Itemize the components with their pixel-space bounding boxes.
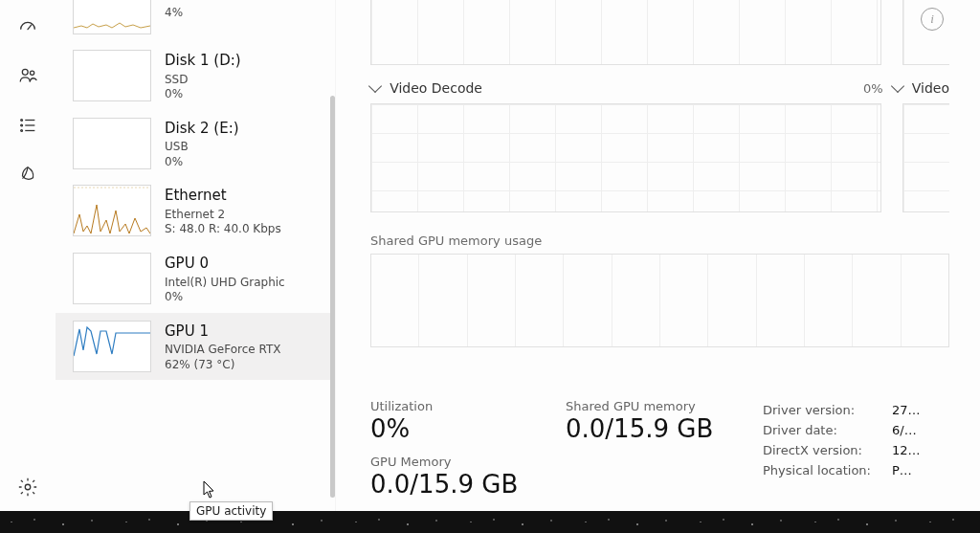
- section-title: Video: [912, 80, 949, 96]
- list-item-value: 0%: [165, 155, 239, 170]
- list-item-title: GPU 1: [165, 322, 281, 342]
- list-icon[interactable]: [17, 115, 38, 136]
- list-item-ethernet[interactable]: Ethernet Ethernet 2 S: 48.0 R: 40.0 Kbps: [56, 177, 335, 245]
- table-row: Physical location: P…: [763, 461, 921, 479]
- kv-value: 27…: [892, 401, 921, 419]
- section-toggle-video[interactable]: Video: [893, 80, 949, 96]
- info-icon[interactable]: i: [921, 8, 944, 31]
- kv-value: 12…: [892, 441, 921, 459]
- list-item-gpu0[interactable]: GPU 0 Intel(R) UHD Graphic 0%: [56, 245, 335, 313]
- table-row: Driver date: 6/…: [763, 421, 921, 439]
- list-item-title: Disk 2 (E:): [165, 120, 239, 139]
- kv-key: Driver version:: [763, 401, 890, 419]
- chart-video-partial: [902, 103, 949, 212]
- leaf-icon[interactable]: [17, 165, 38, 186]
- list-item-meta: Disk 1 (D:) SSD 0%: [165, 50, 241, 102]
- list-item-sub: Intel(R) UHD Graphic: [165, 276, 285, 291]
- nav-rail: [0, 0, 56, 511]
- stat-value: 0.0/15.9 GB: [566, 413, 728, 445]
- chart-box-partial: i: [902, 0, 949, 65]
- list-item-meta: Ethernet Ethernet 2 S: 48.0 R: 40.0 Kbps: [165, 185, 281, 237]
- svg-point-2: [21, 120, 23, 122]
- kv-key: Physical location:: [763, 461, 890, 479]
- stats-col-shared: Shared GPU memory 0.0/15.9 GB: [566, 399, 728, 500]
- sparkline-thumb: [73, 0, 151, 34]
- list-item-title: GPU 0: [165, 255, 285, 274]
- section-toggle-video-decode[interactable]: Video Decode: [370, 80, 482, 96]
- top-chart-row: i: [370, 0, 949, 65]
- detail-pane: i Video Decode 0% Video: [336, 0, 980, 511]
- list-item-meta: Disk 2 (E:) USB 0%: [165, 118, 239, 170]
- chart-box: [370, 0, 881, 65]
- sparkline-thumb: [73, 321, 151, 372]
- list-item-value: S: 48.0 R: 40.0 Kbps: [165, 222, 281, 237]
- kv-value: P…: [892, 461, 921, 479]
- table-row: DirectX version: 12…: [763, 441, 921, 459]
- list-item-disk0-ssd[interactable]: SSD 4%: [56, 0, 335, 42]
- sparkline-thumb: [73, 185, 151, 236]
- list-item-meta: GPU 1 NVIDIA GeForce RTX 62% (73 °C): [165, 321, 281, 373]
- stat-value: 0%: [370, 413, 533, 445]
- list-item-value: 0%: [165, 87, 241, 102]
- sparkline-thumb: [73, 50, 151, 101]
- stat-label: GPU Memory: [370, 455, 533, 469]
- svg-point-8: [25, 484, 31, 490]
- driver-info-table: Driver version: 27… Driver date: 6/… Dir…: [761, 399, 923, 481]
- section-title: Video Decode: [390, 80, 482, 96]
- stats-row: Utilization 0% GPU Memory 0.0/15.9 GB Sh…: [370, 399, 965, 500]
- users-icon[interactable]: [17, 65, 38, 86]
- svg-point-1: [30, 71, 33, 75]
- chevron-down-icon: [891, 79, 904, 93]
- sidebar-scrollbar[interactable]: [330, 96, 335, 498]
- svg-point-4: [21, 124, 23, 126]
- gauge-icon[interactable]: [17, 15, 38, 36]
- list-item-title: Disk 1 (D:): [165, 52, 241, 71]
- gear-icon[interactable]: [17, 477, 38, 498]
- stats-col-driver: Driver version: 27… Driver date: 6/… Dir…: [761, 399, 923, 500]
- stats-col-utilization: Utilization 0% GPU Memory 0.0/15.9 GB: [370, 399, 533, 500]
- chevron-down-icon: [368, 79, 382, 93]
- shared-mem-label: Shared GPU memory usage: [370, 233, 949, 248]
- list-item-meta: SSD 4%: [165, 0, 194, 20]
- list-item-gpu1[interactable]: GPU 1 NVIDIA GeForce RTX 62% (73 °C): [56, 313, 335, 381]
- video-decode-section: Video Decode 0% Video: [370, 77, 949, 212]
- stat-label: Shared GPU memory: [566, 399, 728, 413]
- task-manager-performance: SSD 4% Disk 1 (D:) SSD 0% Disk 2 (E:) US…: [0, 0, 980, 511]
- sparkline-thumb: [73, 253, 151, 304]
- list-item-title: SSD: [165, 0, 194, 4]
- list-item-value: 4%: [165, 6, 194, 21]
- section-percent: 0%: [863, 81, 883, 96]
- list-item-value: 62% (73 °C): [165, 358, 281, 373]
- list-item-meta: GPU 0 Intel(R) UHD Graphic 0%: [165, 253, 285, 305]
- stat-value: 0.0/15.9 GB: [370, 469, 533, 500]
- list-item-disk2[interactable]: Disk 2 (E:) USB 0%: [56, 110, 335, 178]
- list-item-disk1[interactable]: Disk 1 (D:) SSD 0%: [56, 42, 335, 110]
- kv-value: 6/…: [892, 421, 921, 439]
- stat-label: Utilization: [370, 399, 533, 413]
- list-item-sub: NVIDIA GeForce RTX: [165, 343, 281, 358]
- list-item-sub: USB: [165, 140, 239, 155]
- chart-video-decode: [370, 103, 881, 212]
- kv-key: Driver date:: [763, 421, 890, 439]
- chart-shared-gpu-memory: [370, 254, 949, 347]
- sparkline-thumb: [73, 118, 151, 169]
- svg-point-6: [21, 130, 23, 132]
- svg-point-0: [22, 69, 28, 75]
- list-item-sub: Ethernet 2: [165, 208, 281, 223]
- list-item-title: Ethernet: [165, 187, 281, 206]
- list-item-sub: SSD: [165, 73, 241, 88]
- list-item-value: 0%: [165, 290, 285, 305]
- filmstrip-bar: [0, 511, 980, 533]
- kv-key: DirectX version:: [763, 441, 890, 459]
- resource-list: SSD 4% Disk 1 (D:) SSD 0% Disk 2 (E:) US…: [56, 0, 336, 511]
- table-row: Driver version: 27…: [763, 401, 921, 419]
